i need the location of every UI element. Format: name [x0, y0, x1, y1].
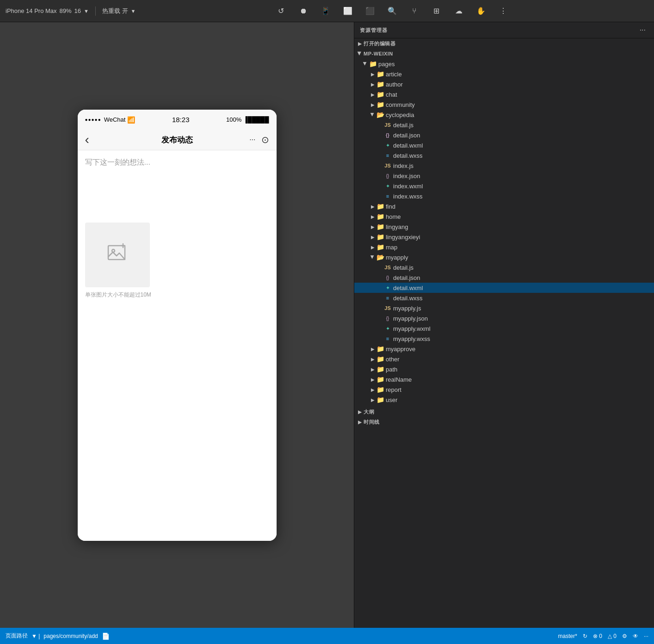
- status-more-icon[interactable]: ···: [644, 633, 648, 639]
- git-button[interactable]: ⑂: [408, 5, 421, 18]
- file-cyclopedia-detail-wxss[interactable]: ≡ detail.wxss: [354, 150, 654, 161]
- folder-home[interactable]: ▶ 📁 home: [354, 211, 654, 222]
- status-time: 18:23: [135, 116, 226, 124]
- report-folder-icon: 📁: [376, 386, 384, 393]
- section-outline[interactable]: ▶ 大纲: [354, 407, 654, 417]
- section-mp-weixin[interactable]: ▶ MP-WEIXIN: [354, 49, 654, 59]
- folder-path[interactable]: ▶ 📁 path: [354, 364, 654, 374]
- folder-myapprove[interactable]: ▶ 📁 myapprove: [354, 344, 654, 354]
- folder-myapply[interactable]: ▶ 📂 myapply: [354, 252, 654, 262]
- file-cyclopedia-detail-js[interactable]: JS detail.js: [354, 120, 654, 130]
- community-label: community: [386, 101, 650, 108]
- folder-find[interactable]: ▶ 📁 find: [354, 201, 654, 211]
- refresh-button[interactable]: ↺: [275, 5, 288, 18]
- file-myapply-wxml[interactable]: ✦ myapply.wxml: [354, 323, 654, 334]
- index-wxss-icon: ≡: [384, 192, 391, 200]
- file-cyclopedia-index-wxss[interactable]: ≡ index.wxss: [354, 191, 654, 201]
- lingyangxieyi-folder-icon: 📁: [376, 233, 384, 241]
- folder-user[interactable]: ▶ 📁 user: [354, 395, 654, 405]
- device-label: iPhone 14 Pro Max: [6, 7, 57, 14]
- folder-pages[interactable]: ▶ 📁 pages: [354, 59, 654, 69]
- folder-cyclopedia[interactable]: ▶ 📂 cyclopedia: [354, 110, 654, 120]
- nav-more-icon[interactable]: ···: [249, 136, 255, 144]
- nav-camera-icon[interactable]: ⊙: [261, 134, 269, 145]
- folder-chat[interactable]: ▶ 📁 chat: [354, 89, 654, 99]
- back-button[interactable]: ‹: [85, 132, 89, 147]
- folder-lingyang[interactable]: ▶ 📁 lingyang: [354, 222, 654, 232]
- folder-map[interactable]: ▶ 📁 map: [354, 242, 654, 252]
- ma-detail-json-icon: {}: [384, 274, 391, 281]
- cyclopedia-label: cyclopedia: [386, 111, 650, 118]
- component-button[interactable]: ⊞: [430, 5, 443, 18]
- image-upload-area[interactable]: 单张图片大小不能超过10M: [78, 215, 277, 306]
- file-cyclopedia-detail-wxml[interactable]: ✦ detail.wxml: [354, 140, 654, 150]
- folder-author[interactable]: ▶ 📁 author: [354, 79, 654, 89]
- errors-label[interactable]: ⊗ 0: [593, 633, 602, 639]
- toolbar-left: iPhone 14 Pro Max 89% 16 ▼ 热重载 开 ▼: [6, 6, 136, 16]
- settings-icon[interactable]: ⚙: [622, 633, 627, 639]
- ma-myapply-wxss-icon: ≡: [384, 335, 391, 342]
- section-timeline[interactable]: ▶ 时间线: [354, 417, 654, 427]
- file-cyclopedia-index-wxml[interactable]: ✦ index.wxml: [354, 181, 654, 191]
- ma-myapply-wxss-label: myapply.wxss: [393, 335, 650, 342]
- file-myapply-detail-json[interactable]: {} detail.json: [354, 272, 654, 283]
- status-left: 页面路径 ▼ | pages/community/add 📄: [6, 632, 110, 640]
- device-battery: 89%: [60, 7, 72, 14]
- cloud-button[interactable]: ☁: [452, 5, 465, 18]
- folder-other[interactable]: ▶ 📁 other: [354, 354, 654, 364]
- post-input-area[interactable]: 写下这一刻的想法...: [78, 150, 277, 215]
- git-branch[interactable]: master*: [558, 633, 577, 639]
- folder-community[interactable]: ▶ 📁 community: [354, 99, 654, 110]
- phone-button[interactable]: 📱: [319, 5, 332, 18]
- folder-report[interactable]: ▶ 📁 report: [354, 384, 654, 395]
- index-js-label: index.js: [393, 162, 650, 169]
- search-button[interactable]: 🔍: [386, 5, 399, 18]
- file-myapply-detail-js[interactable]: JS detail.js: [354, 262, 654, 272]
- device-dropdown[interactable]: ▼: [84, 8, 89, 14]
- extra-button[interactable]: ⋮: [497, 5, 510, 18]
- folder-article[interactable]: ▶ 📁 article: [354, 69, 654, 79]
- image-add-icon: [106, 242, 129, 268]
- status-right-bar: master* ↻ ⊗ 0 △ 0 ⚙ 👁 ···: [558, 633, 648, 639]
- detail-wxss-label: detail.wxss: [393, 152, 650, 159]
- article-arrow: ▶: [369, 70, 376, 78]
- device-res: 16: [74, 7, 81, 14]
- ma-detail-json-label: detail.json: [393, 274, 650, 281]
- layout-button[interactable]: ⬛: [364, 5, 376, 18]
- stop-button[interactable]: ⏺: [297, 5, 310, 18]
- more-tools-button[interactable]: ✋: [475, 5, 487, 18]
- file-myapply-json[interactable]: {} myapply.json: [354, 313, 654, 323]
- eye-icon[interactable]: 👁: [633, 633, 638, 639]
- sync-icon[interactable]: ↻: [583, 633, 587, 639]
- warnings-label[interactable]: △ 0: [608, 633, 617, 639]
- file-cyclopedia-detail-json[interactable]: {} detail.json: [354, 130, 654, 140]
- index-js-icon: JS: [384, 162, 391, 169]
- pages-label: pages: [378, 61, 650, 68]
- folder-realname[interactable]: ▶ 📁 realName: [354, 374, 654, 384]
- folder-lingyangxieyi[interactable]: ▶ 📁 lingyangxieyi: [354, 232, 654, 242]
- file-cyclopedia-index-json[interactable]: {} index.json: [354, 171, 654, 181]
- hotreload-label[interactable]: 热重载 开: [102, 7, 128, 15]
- section-outline-label: 大纲: [364, 409, 374, 415]
- file-myapply-detail-wxml[interactable]: ✦ detail.wxml: [354, 283, 654, 293]
- main-area: ●●●●● WeChat 📶 18:23 100% ▐█████ ‹ 发布动态 …: [0, 22, 654, 628]
- index-wxss-label: index.wxss: [393, 193, 650, 200]
- file-myapply-wxss[interactable]: ≡ myapply.wxss: [354, 334, 654, 344]
- detail-js-label: detail.js: [393, 122, 650, 129]
- section-open-editors[interactable]: ▶ 打开的编辑器: [354, 38, 654, 49]
- ma-detail-js-label: detail.js: [393, 264, 650, 271]
- image-placeholder[interactable]: [85, 223, 150, 287]
- explorer-more-button[interactable]: ···: [637, 25, 648, 35]
- file-cyclopedia-index-js[interactable]: JS index.js: [354, 161, 654, 171]
- cyclopedia-folder-icon: 📂: [376, 111, 384, 118]
- svg-point-1: [112, 249, 115, 252]
- ma-detail-wxss-icon: ≡: [384, 294, 391, 302]
- hotreload-dropdown[interactable]: ▼: [131, 8, 136, 14]
- community-arrow: ▶: [369, 101, 376, 108]
- phone-frame: ●●●●● WeChat 📶 18:23 100% ▐█████ ‹ 发布动态 …: [78, 110, 277, 541]
- detail-wxml-label: detail.wxml: [393, 142, 650, 149]
- file-myapply-js[interactable]: JS myapply.js: [354, 303, 654, 313]
- file-myapply-detail-wxss[interactable]: ≡ detail.wxss: [354, 293, 654, 303]
- explorer-title: 资源管理器: [360, 27, 637, 34]
- window-button[interactable]: ⬜: [341, 5, 354, 18]
